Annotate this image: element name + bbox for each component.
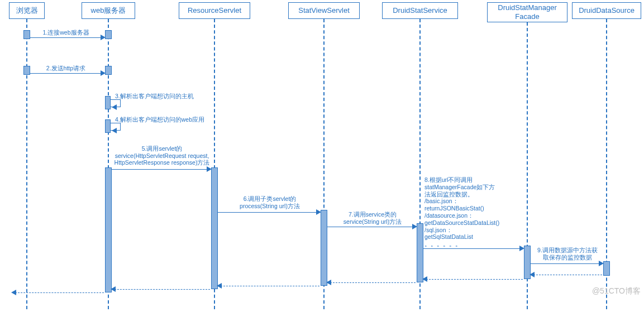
msg-line: 7.调用service类的 <box>349 211 397 218</box>
message-label: 8.根据url不同调用 statManagerFacade如下方 法返回监控数据… <box>424 176 522 248</box>
participant-label: DruidDataSource <box>579 6 635 15</box>
arrowhead-icon <box>326 280 331 285</box>
arrowhead-icon <box>412 224 417 229</box>
participant-statview-servlet: StatViewServlet <box>288 2 360 19</box>
participant-resource-servlet: ResourceServlet <box>179 2 250 19</box>
message-label: 7.调用service类的 service(String url)方法 <box>330 211 416 225</box>
message-label: 2.发送http请求 <box>32 65 99 72</box>
participant-label: StatViewServlet <box>298 6 350 15</box>
message-label: 1.连接web服务器 <box>32 29 99 36</box>
msg-line: 9.调用数据源中方法获 <box>537 247 598 253</box>
message-label: 4.解析出客户端想访问的web应用 <box>115 116 221 123</box>
msg-line: 6.调用子类servlet的 <box>244 195 297 202</box>
arrowhead-icon <box>519 246 524 251</box>
watermark: @51CTO博客 <box>592 286 641 296</box>
return-arrow <box>12 292 104 293</box>
arrowhead-icon <box>111 286 116 292</box>
msg-line: HttpServletResponse response)方法 <box>115 159 210 166</box>
return-arrow <box>423 279 523 280</box>
msg-line: returnJSONBasicStat() <box>424 205 484 212</box>
arrowhead-icon <box>207 166 212 172</box>
arrowhead-icon <box>112 128 117 133</box>
participant-label: DruidStatManager Facade <box>498 3 557 22</box>
message-label: 3.解析出客户端想访问的主机 <box>115 93 210 100</box>
arrowhead-icon <box>101 35 106 40</box>
activation-bar <box>417 223 423 282</box>
msg-line: 取保存的监控数据 <box>543 254 592 261</box>
activation-bar <box>23 30 30 39</box>
activation-bar <box>105 66 112 75</box>
message-arrow <box>327 227 416 227</box>
msg-line: 法返回监控数据。 <box>424 191 474 198</box>
participant-browser: 浏览器 <box>9 2 45 19</box>
arrowhead-icon <box>217 283 222 289</box>
message-label: 6.调用子类servlet的 process(String url)方法 <box>220 195 319 209</box>
lifeline <box>26 19 27 309</box>
return-arrow <box>327 282 416 283</box>
msg-line: getDataSourceStatDataList() <box>424 219 499 226</box>
msg-line: service(HttpServletRequest request, <box>115 152 209 159</box>
msg-line: process(String url)方法 <box>240 203 300 209</box>
participant-label: 浏览器 <box>16 6 38 15</box>
arrowhead-icon <box>529 272 535 277</box>
activation-bar <box>105 30 112 39</box>
activation-bar <box>105 96 111 109</box>
msg-line: 。。。。。。 <box>424 241 461 247</box>
msg-line: /basic.json： <box>424 198 459 204</box>
arrowhead-icon <box>316 209 321 215</box>
activation-bar <box>603 261 610 276</box>
msg-line: /datasource.json： <box>424 212 474 219</box>
msg-line: 8.根据url不同调用 <box>424 176 473 183</box>
return-arrow <box>218 286 319 286</box>
message-label: 9.调用数据源中方法获 取保存的监控数据 <box>532 247 603 261</box>
participant-label: DruidStatService <box>393 6 447 15</box>
activation-bar <box>105 167 112 292</box>
return-arrow <box>531 275 602 275</box>
arrowhead-icon <box>112 104 117 110</box>
msg-line: statManagerFacade如下方 <box>424 184 495 190</box>
message-arrow <box>218 212 319 213</box>
msg-line: 5.调用servlet的 <box>142 145 183 152</box>
participant-label: ResourceServlet <box>188 6 241 15</box>
message-label: 5.调用servlet的 service(HttpServletRequest … <box>114 145 210 166</box>
activation-bar <box>23 66 30 75</box>
arrowhead-icon <box>101 70 106 76</box>
message-arrow <box>531 263 602 264</box>
activation-bar <box>321 210 327 286</box>
message-arrow <box>112 169 210 170</box>
return-arrow <box>112 289 210 290</box>
activation-bar <box>105 119 111 133</box>
participant-druidstatservice: DruidStatService <box>382 2 458 19</box>
arrowhead-icon <box>11 290 16 295</box>
msg-line: getSqlStatDataList <box>424 233 473 240</box>
activation-bar <box>211 167 218 289</box>
msg-line: /sql.json： <box>424 227 452 233</box>
arrowhead-icon <box>422 276 427 282</box>
message-arrow <box>423 248 523 249</box>
arrowhead-icon <box>599 261 604 266</box>
msg-line: service(String url)方法 <box>344 218 402 225</box>
message-arrow <box>30 73 104 74</box>
message-arrow <box>30 37 104 38</box>
participant-label: web服务器 <box>91 6 126 15</box>
participant-druiddatasource: DruidDataSource <box>572 2 641 19</box>
participant-druidstatmanagerfacade: DruidStatManager Facade <box>487 2 567 22</box>
participant-web-server: web服务器 <box>82 2 135 19</box>
